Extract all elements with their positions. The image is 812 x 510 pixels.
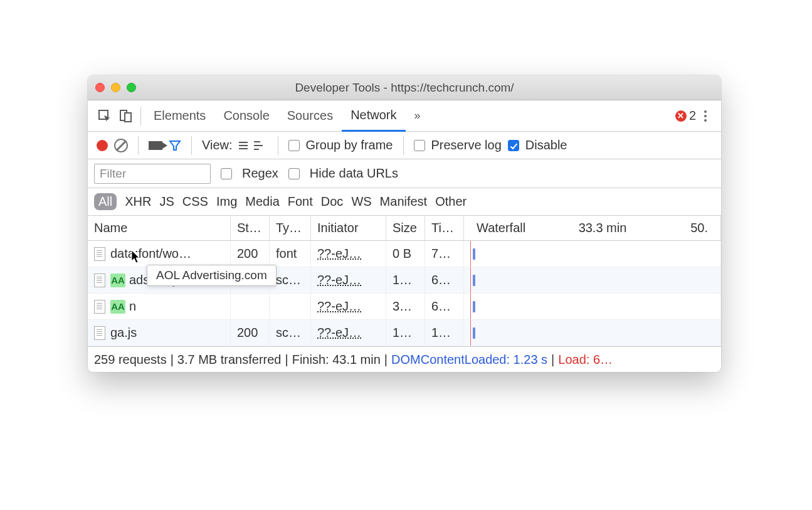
divider [140, 107, 141, 125]
tab-sources[interactable]: Sources [278, 100, 342, 132]
file-icon [94, 247, 105, 261]
filter-manifest[interactable]: Manifest [380, 194, 428, 209]
large-rows-icon[interactable] [239, 140, 248, 151]
divider [138, 136, 139, 155]
cell-time: 6… [425, 267, 464, 293]
cell-waterfall [464, 320, 721, 346]
cell-initiator[interactable]: ??-eJ… [311, 294, 386, 319]
header-waterfall[interactable]: Waterfall 33.3 min 50. [464, 216, 721, 240]
table-header: Name St… Ty… Initiator Size Ti… Waterfal… [88, 216, 721, 241]
header-size[interactable]: Size [386, 216, 425, 240]
table-row[interactable]: data:font/wo…200font??-eJ…0 B7… [88, 241, 721, 267]
clear-button[interactable] [114, 139, 128, 152]
cell-status: 200 [231, 320, 270, 346]
header-type[interactable]: Ty… [270, 216, 311, 240]
inspect-element-icon[interactable] [94, 105, 115, 127]
waterfall-label: Waterfall [470, 221, 552, 235]
regex-label: Regex [242, 166, 278, 181]
hide-data-urls-checkbox[interactable] [288, 168, 300, 179]
divider [191, 136, 192, 155]
cell-size: 0 B [386, 241, 425, 267]
cell-type [270, 294, 311, 319]
disable-cache-checkbox[interactable] [508, 140, 519, 151]
hover-tooltip: AOL Advertising.com [147, 265, 277, 286]
preserve-log-checkbox[interactable] [414, 140, 425, 151]
small-rows-icon[interactable] [254, 140, 268, 151]
hide-data-urls-label: Hide data URLs [310, 166, 398, 181]
status-finish: Finish: 43.1 min [292, 353, 381, 367]
group-by-frame-checkbox[interactable] [288, 140, 300, 151]
error-count-badge[interactable]: ✕ 2 [675, 109, 696, 123]
panel-tabbar: Elements Console Sources Network » ✕ 2 [88, 100, 721, 132]
waterfall-tick-1: 33.3 min [552, 221, 633, 235]
filter-bar: Regex Hide data URLs [88, 159, 721, 188]
status-load: Load: 6… [558, 353, 613, 367]
cell-type: font [270, 241, 311, 267]
header-status[interactable]: St… [231, 216, 270, 240]
table-row[interactable]: ga.js200sc…??-eJ…1…1… [88, 320, 721, 346]
cell-initiator[interactable]: ??-eJ… [311, 267, 386, 293]
table-row[interactable]: AAn??-eJ…3…6… [88, 294, 721, 320]
filter-other[interactable]: Other [435, 194, 467, 209]
file-name: n [129, 299, 136, 314]
cell-initiator[interactable]: ??-eJ… [311, 241, 386, 267]
status-transferred: 3.7 MB transferred [177, 353, 282, 367]
error-icon: ✕ [675, 110, 687, 122]
divider [403, 136, 404, 155]
cell-time: 7… [425, 241, 464, 267]
cell-name: data:font/wo… [88, 241, 231, 267]
status-domcontentloaded: DOMContentLoaded: 1.23 s [391, 353, 547, 367]
file-icon [94, 274, 105, 287]
filter-all[interactable]: All [94, 193, 117, 210]
cell-waterfall [464, 241, 721, 267]
cell-time: 1… [425, 320, 464, 346]
tabs-overflow-icon[interactable]: » [406, 100, 430, 132]
header-name[interactable]: Name [88, 216, 231, 240]
devtools-window: Developer Tools - https://techcrunch.com… [88, 75, 721, 372]
cell-initiator[interactable]: ??-eJ… [311, 320, 386, 346]
filter-js[interactable]: JS [159, 194, 174, 209]
type-filter-bar: All XHR JS CSS Img Media Font Doc WS Man… [88, 188, 721, 216]
screenshot-icon[interactable] [149, 141, 162, 150]
regex-checkbox[interactable] [221, 168, 232, 179]
cell-type: sc… [270, 320, 311, 346]
disable-cache-label: Disable [525, 138, 567, 152]
divider [278, 136, 278, 155]
filter-ws[interactable]: WS [351, 194, 371, 209]
header-time[interactable]: Ti… [425, 216, 464, 240]
header-initiator[interactable]: Initiator [311, 216, 386, 240]
cell-size: 1… [386, 267, 425, 293]
filter-doc[interactable]: Doc [321, 194, 344, 209]
svg-rect-3 [254, 141, 260, 142]
cell-waterfall [464, 267, 721, 293]
group-by-frame-label: Group by frame [306, 138, 393, 152]
status-bar: 259 requests | 3.7 MB transferred | Fini… [88, 347, 721, 372]
svg-rect-5 [254, 149, 259, 150]
cell-name: AAn [88, 294, 231, 319]
cell-waterfall [464, 294, 721, 319]
tab-console[interactable]: Console [214, 100, 278, 132]
filter-media[interactable]: Media [245, 194, 279, 209]
filter-toggle-icon[interactable] [169, 139, 181, 152]
file-name: data:font/wo… [110, 247, 191, 261]
svg-rect-4 [254, 145, 263, 146]
device-toolbar-icon[interactable] [115, 105, 137, 127]
cell-size: 1… [386, 320, 425, 346]
filter-img[interactable]: Img [216, 194, 237, 209]
status-requests: 259 requests [94, 353, 167, 367]
tab-elements[interactable]: Elements [145, 100, 214, 132]
filter-css[interactable]: CSS [182, 194, 208, 209]
svg-rect-2 [125, 113, 131, 122]
cell-time: 6… [425, 294, 464, 319]
cell-name: ga.js [88, 320, 231, 346]
record-button[interactable] [97, 140, 108, 151]
file-icon [94, 300, 105, 314]
file-name: ga.js [110, 326, 137, 340]
window-title: Developer Tools - https://techcrunch.com… [88, 81, 721, 95]
settings-menu-icon[interactable] [696, 110, 715, 122]
tab-network[interactable]: Network [342, 100, 405, 132]
preserve-log-label: Preserve log [431, 138, 502, 152]
filter-font[interactable]: Font [288, 194, 313, 209]
filter-xhr[interactable]: XHR [125, 194, 151, 209]
filter-input[interactable] [94, 164, 211, 184]
